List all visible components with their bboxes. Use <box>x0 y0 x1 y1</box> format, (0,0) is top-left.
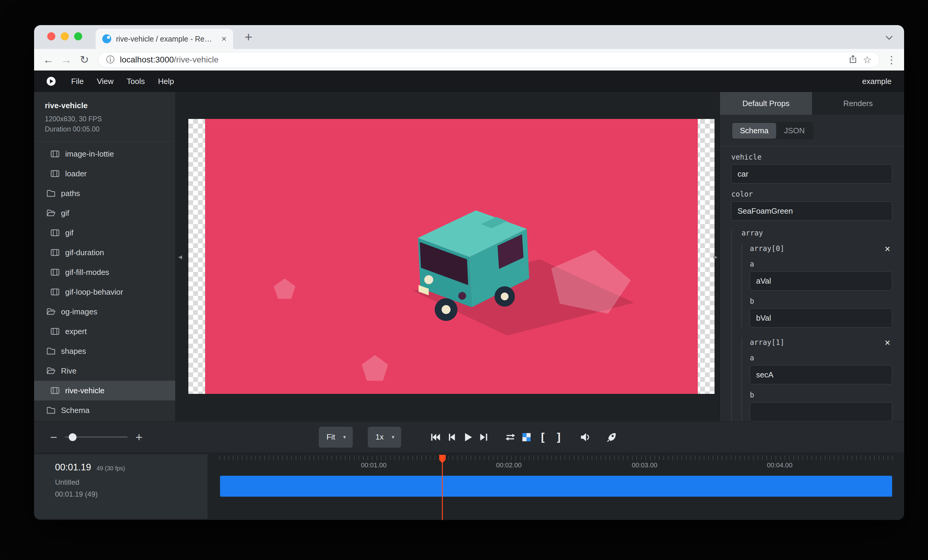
sidebar-item-shapes[interactable]: shapes <box>34 341 175 361</box>
app-logo-icon <box>47 77 56 86</box>
menu-help[interactable]: Help <box>151 77 180 86</box>
artboard-background <box>205 119 698 394</box>
volume-button[interactable] <box>577 429 593 445</box>
tab-title: rive-vehicle / example - Remot <box>116 35 217 43</box>
fit-dropdown[interactable]: Fit ▼ <box>319 427 353 447</box>
timeline-track-bar[interactable] <box>220 476 892 497</box>
chevron-down-icon[interactable] <box>886 33 893 40</box>
speed-dropdown[interactable]: 1x ▼ <box>368 427 401 447</box>
a-label: a <box>750 260 892 268</box>
folder-icon <box>46 346 56 356</box>
a-label: a <box>750 354 892 362</box>
sidebar-item-image-in-lottie[interactable]: image-in-lottie <box>34 144 175 164</box>
zoom-slider[interactable] <box>65 436 128 438</box>
tick-label: 00:02.00 <box>496 461 522 469</box>
sidebar-item-gif-fill-modes[interactable]: gif-fill-modes <box>34 262 175 282</box>
field-color: color <box>731 190 892 221</box>
track-time: 00:01.19 (49) <box>55 490 208 498</box>
tab-close-icon[interactable]: × <box>221 34 227 43</box>
transparency-toggle-button[interactable] <box>518 429 534 445</box>
remove-array-0-button[interactable]: × <box>885 244 892 253</box>
skip-to-start-button[interactable] <box>427 429 444 445</box>
subtab-schema[interactable]: Schema <box>732 123 776 138</box>
reload-button[interactable]: ↻ <box>76 53 93 66</box>
vehicle-input[interactable] <box>731 164 892 184</box>
sidebar-item-gif-loop-behavior[interactable]: gif-loop-behavior <box>34 282 175 302</box>
tick-label: 00:04.00 <box>767 461 792 469</box>
skip-to-end-button[interactable] <box>476 429 492 445</box>
film-icon <box>50 228 60 237</box>
zoom-in-button[interactable]: + <box>136 431 142 443</box>
tab-renders[interactable]: Renders <box>812 92 904 115</box>
previous-frame-button[interactable] <box>444 429 460 445</box>
rocket-button[interactable] <box>603 429 620 445</box>
playback-controls: Fit ▼ 1x ▼ <box>319 422 620 452</box>
array-0-b-input[interactable] <box>750 308 892 327</box>
color-input[interactable] <box>731 201 892 221</box>
array-group: array array[0] × a b <box>731 229 892 422</box>
tick-label: 00:01.00 <box>361 461 386 469</box>
browser-menu-icon[interactable]: ⋮ <box>885 54 898 66</box>
panel-tabs: Default Props Renders <box>720 92 904 115</box>
film-icon <box>50 268 60 277</box>
sidebar-item-loader[interactable]: loader <box>34 164 175 184</box>
workspace-label: example <box>862 77 891 86</box>
library-sidebar: rive-vehicle 1200x630, 30 FPS Duration 0… <box>34 92 175 422</box>
menu-tools[interactable]: Tools <box>120 77 151 86</box>
playhead[interactable] <box>442 455 443 520</box>
array-1-b-input[interactable] <box>750 402 892 422</box>
bookmark-star-icon[interactable]: ☆ <box>863 54 872 65</box>
tab-default-props[interactable]: Default Props <box>720 92 812 115</box>
array-1-a-input[interactable] <box>750 365 892 384</box>
browser-window: rive-vehicle / example - Remot × + ← → ↻… <box>34 25 904 520</box>
sidebar-item-expert[interactable]: expert <box>34 321 175 341</box>
field-vehicle: vehicle <box>731 153 892 184</box>
film-icon <box>50 149 60 159</box>
animation-title: rive-vehicle <box>45 101 165 110</box>
menu-view[interactable]: View <box>90 77 120 86</box>
zoom-slider-knob[interactable] <box>69 433 76 441</box>
minimize-window-button[interactable] <box>61 32 69 40</box>
timeline-info: 00:01.19 49 (30 fps) Untitled 00:01.19 (… <box>34 454 208 519</box>
new-tab-button[interactable]: + <box>241 30 256 45</box>
zoom-out-button[interactable]: − <box>50 431 57 443</box>
field-array-0-b: b <box>750 297 892 327</box>
collapse-sidebar-handle[interactable]: ◂ <box>178 253 182 260</box>
fullscreen-window-button[interactable] <box>74 32 82 40</box>
set-out-point-button[interactable]: ] <box>551 429 567 445</box>
schema-json-toggle: Schema JSON <box>731 122 814 140</box>
collapse-panel-handle[interactable]: ▸ <box>714 253 717 260</box>
array-0-a-input[interactable] <box>750 271 892 291</box>
site-info-icon[interactable]: ⓘ <box>106 54 114 65</box>
field-array-0-a: a <box>750 260 892 291</box>
sidebar-item-gif-folder[interactable]: gif <box>34 203 175 223</box>
menu-file[interactable]: File <box>64 77 90 86</box>
properties-panel: Default Props Renders Schema JSON vehicl… <box>719 92 904 422</box>
back-button[interactable]: ← <box>40 53 57 66</box>
chevron-down-icon: ▼ <box>391 435 395 440</box>
sidebar-item-og-images[interactable]: og-images <box>34 302 175 321</box>
current-time: 00:01.19 <box>55 462 91 473</box>
sidebar-item-rive-vehicle[interactable]: rive-vehicle <box>34 381 175 400</box>
tab-strip: rive-vehicle / example - Remot × + <box>34 25 904 49</box>
share-icon[interactable] <box>849 55 858 65</box>
set-in-point-button[interactable]: [ <box>534 429 551 445</box>
address-bar[interactable]: ⓘ localhost:3000/rive-vehicle ☆ <box>98 52 879 67</box>
sidebar-item-paths[interactable]: paths <box>34 184 175 203</box>
loop-toggle-button[interactable] <box>502 429 518 445</box>
timeline-ruler[interactable]: 00:01.00 00:02.00 00:03.00 00:04.00 <box>220 454 895 472</box>
forward-button[interactable]: → <box>58 53 75 66</box>
tick-label: 00:03.00 <box>632 461 658 469</box>
play-button[interactable] <box>460 429 476 445</box>
sidebar-item-schema[interactable]: Schema <box>34 400 175 420</box>
remove-array-1-button[interactable]: × <box>885 338 892 347</box>
ruler-ticks <box>220 455 895 460</box>
folder-open-icon <box>46 307 56 317</box>
close-window-button[interactable] <box>47 32 55 40</box>
sidebar-list: image-in-lottie loader paths gif gif gif… <box>34 142 175 422</box>
browser-tab[interactable]: rive-vehicle / example - Remot × <box>96 29 233 49</box>
sidebar-item-gif-duration[interactable]: gif-duration <box>34 243 175 262</box>
sidebar-item-rive-folder[interactable]: Rive <box>34 361 175 381</box>
sidebar-item-gif[interactable]: gif <box>34 223 175 243</box>
subtab-json[interactable]: JSON <box>776 123 812 138</box>
